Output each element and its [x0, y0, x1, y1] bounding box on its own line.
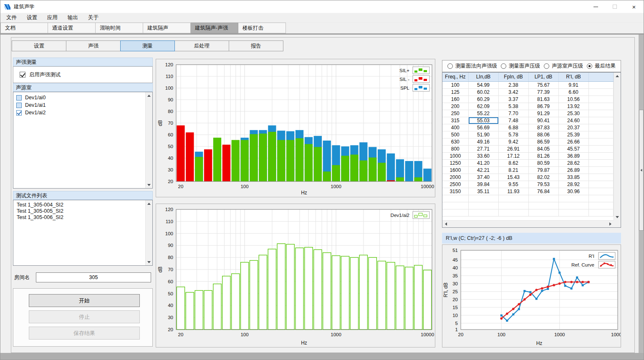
table-cell[interactable]: 9.91 [558, 81, 588, 88]
table-cell[interactable]: 315 [442, 117, 468, 124]
radio-button[interactable] [501, 63, 506, 69]
channel-checkbox[interactable] [16, 110, 22, 116]
channel-item[interactable]: Dev1/ai1 [13, 101, 145, 109]
table-cell[interactable]: 13.92 [558, 103, 588, 110]
table-cell[interactable]: 88.06 [528, 131, 558, 138]
test-file-list[interactable]: Test 1_305-004_SI2Test 1_305-005_SI2Test… [13, 200, 153, 266]
subtab-0[interactable]: 设置 [12, 40, 66, 51]
test-file-item[interactable]: Test 1_305-006_SI2 [13, 214, 145, 221]
table-cell[interactable]: 2000 [442, 174, 468, 181]
table-cell[interactable]: 10.56 [558, 96, 588, 103]
table-row[interactable]: 50051.905.7888.0625.39 [442, 131, 614, 138]
scroll-left-button[interactable] [442, 221, 449, 227]
table-cell[interactable]: 25.30 [558, 110, 588, 117]
scroll-up-button[interactable] [146, 200, 152, 207]
table-row[interactable]: 63049.169.4286.5926.66 [442, 138, 614, 145]
table-cell[interactable]: 1600 [442, 166, 468, 174]
file-list-scrollbar[interactable] [145, 200, 152, 265]
table-cell[interactable]: 28.62 [558, 159, 588, 166]
table-cell[interactable]: 90.41 [528, 117, 558, 124]
table-cell[interactable]: 3.37 [498, 96, 528, 103]
subtab-4[interactable]: 报告 [229, 40, 283, 51]
table-cell[interactable]: 39.84 [468, 181, 498, 188]
table-row[interactable]: 250039.849.5579.5328.92 [442, 181, 614, 188]
table-cell[interactable]: 7.70 [498, 110, 528, 117]
table-cell[interactable]: 5.78 [498, 131, 528, 138]
table-cell[interactable]: 86.59 [528, 138, 558, 145]
table-cell[interactable]: 11.93 [498, 188, 528, 195]
table-header-cell[interactable]: FpIn, dB [498, 73, 528, 81]
table-cell[interactable]: 6.88 [498, 124, 528, 131]
table-cell[interactable]: 51.90 [468, 131, 498, 138]
table-cell[interactable]: 15.43 [498, 174, 528, 181]
table-cell[interactable]: 2.38 [498, 81, 528, 88]
table-cell[interactable]: 5.38 [498, 103, 528, 110]
table-cell[interactable]: 35.11 [468, 188, 498, 195]
tab-5[interactable]: 楼板打击 [238, 23, 286, 33]
tab-1[interactable]: 通道设置 [48, 23, 96, 33]
table-cell[interactable]: 54.99 [468, 81, 498, 88]
table-cell[interactable]: 8.62 [498, 159, 528, 166]
table-cell[interactable]: 26.91 [498, 145, 528, 152]
tab-3[interactable]: 建筑隔声 [143, 23, 191, 33]
channel-checkbox[interactable] [16, 103, 22, 108]
channel-item[interactable]: Dev1/ai2 [13, 109, 145, 116]
scroll-up-button[interactable] [614, 73, 621, 79]
table-cell[interactable]: 200 [442, 103, 468, 110]
enable-intensity-checkbox[interactable] [20, 72, 25, 78]
table-cell[interactable]: 28.92 [558, 181, 588, 188]
table-cell[interactable]: 76.84 [528, 188, 558, 195]
table-cell[interactable]: 160 [442, 96, 468, 103]
source-room-channel-list[interactable]: Dev1/ai0Dev1/ai1Dev1/ai2 [13, 92, 153, 189]
test-file-item[interactable]: Test 1_305-005_SI2 [13, 208, 145, 214]
scroll-down-button[interactable] [146, 181, 152, 188]
table-row[interactable]: 16060.293.3781.6310.56 [442, 96, 614, 103]
table-cell[interactable]: 55.22 [468, 110, 498, 117]
radio-option-1[interactable]: 测量面声压级 [501, 63, 540, 70]
table-cell[interactable]: 82.02 [528, 174, 558, 181]
table-cell[interactable]: 84.05 [528, 145, 558, 152]
table-row[interactable]: 160042.218.2179.8726.89 [442, 166, 614, 174]
table-cell[interactable]: 33.85 [558, 174, 588, 181]
table-cell[interactable]: 79.53 [528, 181, 558, 188]
table-cell[interactable]: 3.42 [498, 88, 528, 96]
table-cell[interactable]: 56.69 [468, 124, 498, 131]
results-table[interactable]: Freq., HzLIn,dBFpIn, dBLP1, dBR'I, dB 10… [442, 73, 614, 217]
table-cell[interactable]: 400 [442, 124, 468, 131]
table-horizontal-scrollbar[interactable] [442, 220, 614, 227]
table-row[interactable]: 12560.023.4277.396.60 [442, 88, 614, 96]
radio-button[interactable] [587, 63, 592, 69]
table-cell[interactable]: 25.39 [558, 131, 588, 138]
table-vertical-scrollbar[interactable] [614, 73, 621, 220]
table-cell[interactable]: 80.59 [528, 159, 558, 166]
table-cell[interactable]: 37.40 [468, 174, 498, 181]
table-cell[interactable]: 27.71 [468, 145, 498, 152]
table-cell[interactable]: 7.48 [498, 117, 528, 124]
table-cell[interactable]: 79.87 [528, 166, 558, 174]
radio-button[interactable] [447, 63, 453, 69]
table-cell[interactable]: 250 [442, 110, 468, 117]
table-cell[interactable]: 17.12 [498, 152, 528, 159]
menu-item-2[interactable]: 应用 [42, 13, 63, 23]
table-cell[interactable]: 125 [442, 88, 468, 96]
table-cell[interactable]: 30.96 [558, 188, 588, 195]
table-row[interactable]: 125041.208.6280.5928.62 [442, 159, 614, 166]
table-header-cell[interactable]: LIn,dB [468, 73, 498, 81]
table-cell[interactable]: 800 [442, 145, 468, 152]
scroll-up-button[interactable] [146, 92, 152, 99]
table-row[interactable]: 25055.227.7091.2925.30 [442, 110, 614, 117]
radio-option-2[interactable]: 声源室声压级 [544, 63, 583, 70]
table-header-cell[interactable]: LP1, dB [528, 73, 558, 81]
table-cell[interactable]: 87.83 [528, 124, 558, 131]
scroll-down-button[interactable] [146, 259, 152, 265]
scroll-right-button[interactable] [607, 221, 614, 227]
table-cell[interactable]: 9.42 [498, 138, 528, 145]
table-cell[interactable]: 81.63 [528, 96, 558, 103]
table-header-cell[interactable]: Freq., Hz [442, 73, 468, 81]
subtab-3[interactable]: 后处理 [174, 40, 229, 51]
radio-option-0[interactable]: 测量面法向声强级 [447, 63, 497, 70]
table-cell[interactable]: 60.29 [468, 96, 498, 103]
table-row[interactable]: 10054.992.3875.679.91 [442, 81, 614, 88]
test-file-item[interactable]: Test 1_305-004_SI2 [13, 202, 145, 208]
table-cell[interactable]: 77.39 [528, 88, 558, 96]
